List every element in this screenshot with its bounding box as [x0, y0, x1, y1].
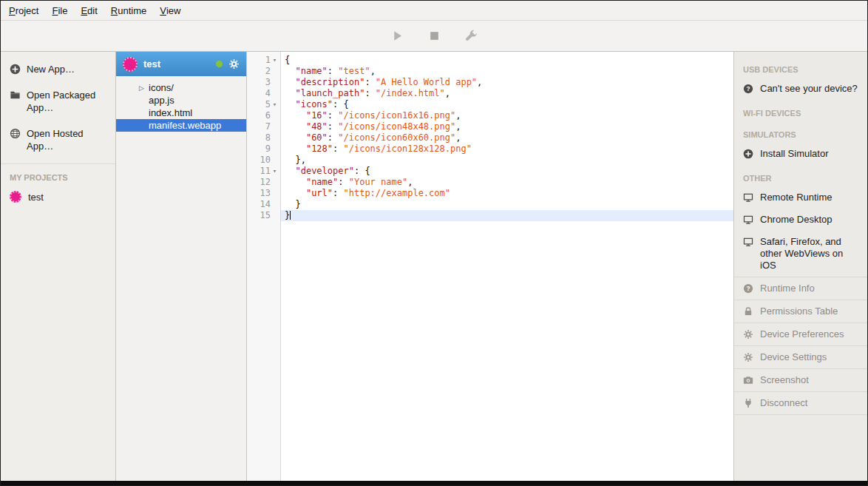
sidebar-item-label: Disconnect — [760, 397, 807, 409]
fold-arrow-icon[interactable]: ▾ — [271, 99, 279, 110]
toolbar-runtime-options-button[interactable] — [462, 27, 480, 45]
plus-circle-icon — [10, 64, 21, 75]
stop-icon — [428, 30, 441, 42]
file-label: manifest.webapp — [149, 120, 221, 131]
menu-edit[interactable]: Edit — [74, 1, 104, 20]
line-number: 2 — [265, 66, 271, 77]
sidebar-item-device-settings[interactable]: Device Settings — [734, 345, 867, 368]
my-projects-header: MY PROJECTS — [1, 164, 115, 188]
project-test[interactable]: test — [1, 188, 115, 206]
action-open-packaged-app[interactable]: Open Packaged App… — [1, 82, 115, 121]
project-entry-label: test — [28, 192, 44, 203]
code-text[interactable]: "developer": { — [281, 166, 733, 177]
line-gutter: 14 — [247, 199, 281, 210]
fold-arrow-icon[interactable]: ▾ — [271, 166, 279, 177]
code-text[interactable]: "name": "test", — [281, 66, 733, 77]
sidebar-item-chrome-desktop[interactable]: Chrome Desktop — [734, 209, 867, 231]
code-text[interactable]: { — [281, 55, 733, 66]
left-sidebar-actions: New App…Open Packaged App…Open Hosted Ap… — [1, 56, 115, 159]
line-gutter: 10 — [247, 155, 281, 166]
menubar: ProjectFileEditRuntimeView — [1, 1, 867, 21]
left-sidebar: New App…Open Packaged App…Open Hosted Ap… — [1, 52, 116, 481]
sidebar-item-disconnect[interactable]: Disconnect — [734, 391, 867, 415]
menu-view[interactable]: View — [153, 1, 187, 20]
menu-file[interactable]: File — [45, 1, 74, 20]
code-text[interactable]: "48": "/icons/icon48x48.png", — [281, 121, 733, 132]
code-text[interactable]: "url": "http://example.com" — [281, 188, 733, 199]
gear-icon — [743, 352, 753, 362]
code-line-8: 8 "60": "/icons/icon60x60.png", — [247, 132, 733, 144]
action-label: Open Hosted App… — [27, 127, 109, 152]
menu-runtime[interactable]: Runtime — [104, 1, 153, 20]
code-text[interactable]: } — [281, 210, 733, 221]
text-cursor — [290, 211, 291, 220]
line-number: 8 — [265, 132, 271, 144]
sidebar-item-can-t-see-your-device[interactable]: ?Can't see your device? — [734, 78, 867, 100]
line-number: 14 — [260, 199, 271, 210]
editor-lines: 1▾{2 "name": "test",3 "description": "A … — [247, 55, 733, 221]
section-header-other: OTHER — [734, 165, 867, 186]
project-settings-gear-icon[interactable] — [228, 58, 240, 70]
sidebar-item-remote-runtime[interactable]: Remote Runtime — [734, 186, 867, 209]
sidebar-item-label: Runtime Info — [760, 283, 815, 294]
sidebar-item-permissions-table[interactable]: Permissions Table — [734, 300, 867, 323]
sidebar-item-screenshot[interactable]: Screenshot — [734, 368, 867, 391]
code-line-1: 1▾{ — [247, 55, 733, 66]
action-new-app[interactable]: New App… — [1, 56, 115, 82]
sidebar-item-label: Install Simulator — [760, 148, 828, 160]
window-bottom-edge — [1, 481, 867, 485]
code-editor[interactable]: 1▾{2 "name": "test",3 "description": "A … — [247, 52, 733, 481]
file-app-js[interactable]: app.js — [116, 94, 246, 107]
tree-expand-icon[interactable]: ▷ — [139, 83, 144, 94]
file-manifest-webapp[interactable]: manifest.webapp — [116, 119, 246, 132]
code-text[interactable]: "60": "/icons/icon60x60.png", — [281, 132, 733, 144]
file-index-html[interactable]: index.html — [116, 107, 246, 119]
code-text[interactable]: "launch_path": "/index.html", — [281, 88, 733, 99]
code-text[interactable]: } — [281, 199, 733, 210]
sidebar-item-label: Permissions Table — [760, 306, 838, 317]
line-number: 10 — [260, 155, 271, 166]
play-icon — [391, 30, 404, 42]
code-text[interactable]: "icons": { — [281, 99, 733, 110]
globe-icon — [10, 128, 21, 139]
sidebar-item-install-simulator[interactable]: Install Simulator — [734, 143, 867, 165]
code-line-10: 10 }, — [247, 155, 733, 166]
plus-circle-icon — [743, 149, 753, 159]
camera-icon — [743, 375, 753, 385]
menu-project[interactable]: Project — [2, 1, 45, 20]
fold-arrow-icon[interactable]: ▾ — [271, 55, 279, 66]
monitor-icon — [743, 192, 753, 203]
sidebar-item-runtime-info[interactable]: ?Runtime Info — [734, 277, 867, 300]
line-gutter: 7 — [247, 121, 281, 132]
right-sidebar: USB DEVICES?Can't see your device?WI-FI … — [733, 52, 867, 481]
code-text[interactable]: "name": "Your name", — [281, 177, 733, 188]
toolbar-stop-button[interactable] — [425, 27, 443, 45]
code-text[interactable]: "128": "/icons/icon128x128.png" — [281, 144, 733, 155]
line-number: 12 — [260, 177, 271, 188]
line-number: 3 — [265, 77, 271, 88]
sidebar-item-label: Screenshot — [760, 374, 809, 386]
code-line-2: 2 "name": "test", — [247, 66, 733, 77]
code-text[interactable]: "description": "A Hello World app", — [281, 77, 733, 88]
project-header[interactable]: test — [116, 52, 246, 76]
code-line-13: 13 "url": "http://example.com" — [247, 188, 733, 199]
gear-icon — [743, 329, 753, 340]
line-gutter: 15 — [247, 210, 281, 221]
sidebar-item-safari-firefox-and-other-webviews-on-ios[interactable]: Safari, Firefox, and other WebViews on i… — [734, 231, 867, 277]
code-text[interactable]: "16": "/icons/icon16x16.png", — [281, 110, 733, 121]
toolbar-play-button[interactable] — [388, 27, 406, 45]
file-label: index.html — [149, 107, 192, 118]
monitor-icon — [743, 237, 753, 247]
code-line-14: 14 } — [247, 199, 733, 210]
file-tree: ▷icons/app.jsindex.htmlmanifest.webapp — [116, 76, 246, 132]
file-icons[interactable]: ▷icons/ — [116, 81, 246, 94]
line-number: 7 — [265, 121, 271, 132]
action-open-hosted-app[interactable]: Open Hosted App… — [1, 121, 115, 159]
line-number: 1 — [265, 55, 271, 66]
line-gutter: 3 — [247, 77, 281, 88]
code-line-9: 9 "128": "/icons/icon128x128.png" — [247, 144, 733, 155]
code-text[interactable]: }, — [281, 155, 733, 166]
line-gutter: 4 — [247, 88, 281, 99]
sidebar-item-label: Remote Runtime — [760, 192, 833, 203]
sidebar-item-device-preferences[interactable]: Device Preferences — [734, 323, 867, 345]
